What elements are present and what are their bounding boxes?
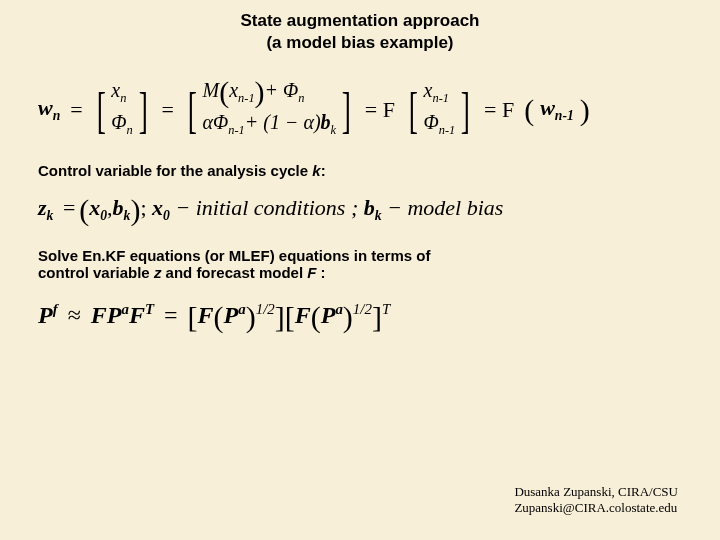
eq1-c11s: n-1 bbox=[432, 91, 449, 105]
eq2-eq: = bbox=[63, 195, 75, 220]
slide-title: State augmentation approach (a model bia… bbox=[38, 10, 682, 54]
eq2-bk: b bbox=[113, 195, 124, 220]
eq1-m11s: n bbox=[120, 91, 126, 105]
eq1-m21s: n bbox=[127, 123, 133, 137]
eq1-c21: Φ bbox=[424, 111, 439, 133]
eq2-x0: x bbox=[89, 195, 100, 220]
eq1-tailp: w bbox=[540, 95, 555, 120]
eq1-w: w bbox=[38, 95, 53, 120]
eq1-r21as: n-1 bbox=[228, 123, 245, 137]
eq2-x0ls: 0 bbox=[163, 209, 170, 224]
eq2-x0l: x bbox=[152, 195, 163, 220]
eq3-a1: a bbox=[122, 301, 129, 317]
eq1-eq2: = bbox=[161, 97, 173, 123]
eq3-T: T bbox=[145, 301, 154, 317]
eq1-tail: = F bbox=[484, 97, 514, 123]
eq1-r11c: + Φ bbox=[265, 79, 299, 101]
label1b: k bbox=[312, 162, 320, 179]
eq1-eq1: = bbox=[70, 97, 82, 123]
eq1-Feq: = F bbox=[365, 97, 395, 123]
eq1-r21cs: k bbox=[331, 123, 337, 137]
eq3-F2: F bbox=[198, 302, 214, 328]
equation-1: wn = [ xn Φn ] = [ M(xn-1)+ Φn αΦn-1+ (1… bbox=[38, 78, 682, 142]
control-variable-label: Control variable for the analysis cycle … bbox=[38, 162, 682, 179]
eq1-r21c: b bbox=[321, 111, 331, 133]
eq3-F1: F bbox=[91, 302, 107, 328]
eq3-a3: a bbox=[335, 301, 342, 317]
title-line-2: (a model bias example) bbox=[266, 33, 453, 52]
eq1-r11a: M bbox=[203, 79, 220, 101]
eq3-Pa1: P bbox=[107, 302, 122, 328]
eq2-txt1: − initial conditions ; bbox=[170, 195, 364, 220]
equation-3: Pf ≈ FPaFT = [F(Pa)1/2][F(Pa)1/2]T bbox=[38, 301, 682, 329]
eq3-T2: T bbox=[382, 301, 390, 317]
eq3-eq: = bbox=[164, 302, 178, 328]
label2a: Solve En.KF equations (or MLEF) equation… bbox=[38, 247, 431, 264]
eq3-f: f bbox=[53, 301, 58, 317]
label2f: : bbox=[316, 264, 325, 281]
label2b: control variable bbox=[38, 264, 154, 281]
eq3-half1: 1/2 bbox=[256, 301, 275, 317]
footer-line-1: Dusanka Zupanski, CIRA/CSU bbox=[514, 484, 678, 499]
slide: State augmentation approach (a model bia… bbox=[0, 0, 720, 540]
eq3-half2: 1/2 bbox=[353, 301, 372, 317]
eq3-Pa3: P bbox=[321, 302, 336, 328]
eq1-m21: Φ bbox=[111, 111, 126, 133]
eq1-r11cs: n bbox=[298, 91, 304, 105]
equation-2: zk =(x0,bk); x0 − initial conditions ; b… bbox=[38, 195, 682, 224]
eq1-matrix-1: [ xn Φn ] bbox=[93, 78, 152, 142]
solve-enkf-label: Solve En.KF equations (or MLEF) equation… bbox=[38, 247, 682, 281]
eq3-Pa2: P bbox=[224, 302, 239, 328]
eq2-sep1: ; bbox=[140, 195, 152, 220]
label2d: and forecast model bbox=[161, 264, 307, 281]
eq2-z: z bbox=[38, 195, 47, 220]
footer-line-2: Zupanski@CIRA.colostate.edu bbox=[514, 500, 677, 515]
eq1-m11: x bbox=[111, 79, 120, 101]
eq2-txt2: − model bias bbox=[382, 195, 504, 220]
eq3-F3: F bbox=[295, 302, 311, 328]
eq3-P1: P bbox=[38, 302, 53, 328]
eq3-FT: F bbox=[129, 302, 145, 328]
footer: Dusanka Zupanski, CIRA/CSU Zupanski@CIRA… bbox=[514, 484, 678, 517]
eq2-bkl: b bbox=[364, 195, 375, 220]
eq1-r11b: x bbox=[229, 79, 238, 101]
eq1-tailps: n-1 bbox=[555, 109, 574, 124]
eq1-c21s: n-1 bbox=[439, 123, 456, 137]
eq1-matrix-3: [ xn-1 Φn-1 ] bbox=[405, 78, 474, 142]
eq1-wn: n bbox=[53, 109, 61, 124]
eq1-r21a: αΦ bbox=[203, 111, 229, 133]
eq2-bkls: k bbox=[375, 209, 382, 224]
title-line-1: State augmentation approach bbox=[241, 11, 480, 30]
eq1-r11bs: n-1 bbox=[238, 91, 255, 105]
eq2-zk: k bbox=[47, 209, 54, 224]
eq1-matrix-2: [ M(xn-1)+ Φn αΦn-1+ (1 − α)bk ] bbox=[184, 78, 355, 142]
eq3-a2: a bbox=[238, 301, 245, 317]
eq1-r21b: + (1 − α) bbox=[245, 111, 321, 133]
eq3-approx: ≈ bbox=[68, 302, 81, 328]
label1c: : bbox=[321, 162, 326, 179]
label1a: Control variable for the analysis cycle bbox=[38, 162, 312, 179]
